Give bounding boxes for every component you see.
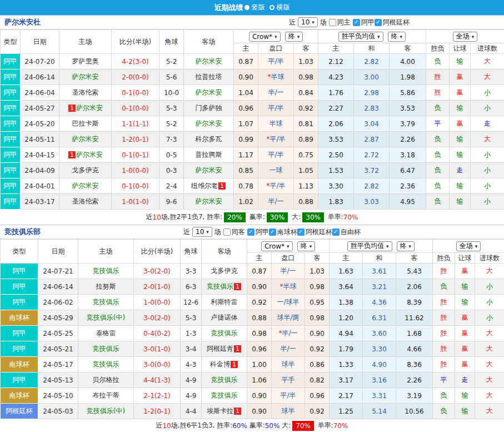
home-team-cell: 圣洛伦索 [59, 194, 112, 210]
col-score: 比分(半场) [134, 240, 181, 264]
scope-select[interactable]: 全场 ▾ [453, 32, 478, 42]
summary-part: 场,胜2平1负7, 胜率: [161, 212, 222, 222]
home-team-cell: 拉努斯 [78, 279, 134, 295]
away-team-cell: 竞技俱乐 [202, 388, 247, 404]
layout-radio-vertical[interactable]: 竖版 [244, 3, 265, 12]
summary-part: 70% [343, 213, 358, 221]
euro-draw-value: 3.30 [372, 345, 387, 353]
match-row: 南球杯24-05-10布拉干蒂2-1(2-1)4-9竞技俱乐0.90平/半0.9… [1, 388, 504, 404]
odds-company-select[interactable]: Crow* ▾ [261, 241, 293, 251]
away-team-cell: 萨尔米安 [184, 85, 234, 101]
handicap-home-odds-cell: 0.88 [247, 310, 272, 326]
goals-result-cell-value: 大 [486, 407, 493, 415]
chevron-down-icon: ▾ [312, 19, 315, 25]
layout-radio-horizontal[interactable]: 横版 [270, 3, 290, 12]
col-eu-home: 主 [318, 43, 354, 54]
league-checkbox-阿根廷杯[interactable]: ✓阿根廷杯 [375, 18, 410, 27]
league-checkbox-自由杯[interactable]: ✓自由杯 [332, 227, 361, 237]
league-checkbox-阿根廷杯[interactable]: ✓阿根廷杯 [297, 227, 332, 237]
wdl-result-cell: 胜 [426, 69, 450, 85]
handicap-result-cell-value: 输 [462, 282, 468, 290]
date-cell: 24-05-11 [21, 132, 59, 147]
chevron-down-icon: ▾ [475, 244, 478, 249]
goals-result-cell-value: 大 [486, 345, 493, 352]
match-row: 阿甲24-05-11萨尔米安1-2(0-1)7-3科尔多瓦0.99*平/半0.8… [1, 132, 504, 147]
away-team-name: 竞技俱乐 [211, 391, 238, 399]
home-team-cell: 1萨尔米安 [59, 147, 112, 163]
goals-result-cell: 小 [471, 194, 504, 210]
home-team-cell: 贝尔格拉 [78, 373, 134, 388]
corner-cell: 6-3 [181, 279, 202, 295]
goals-result-cell: 大 [475, 264, 504, 279]
goals-result-cell-value: 小 [484, 197, 491, 205]
team2-matches-table: 类型 日期 主场 比分(半场) 角球 客场 Crow* ▾ 终 ▾ [0, 239, 504, 419]
league-checkbox-阿甲[interactable]: ✓阿甲 [247, 227, 269, 237]
chevron-down-icon: ▾ [310, 244, 312, 249]
home-team-name: 布拉干蒂 [93, 391, 119, 399]
away-team-name: 萨尔米安 [196, 120, 222, 127]
euro-draw-odds-cell: 2.82 [354, 178, 390, 194]
col-eu-home: 主 [330, 253, 363, 264]
league-checkbox-label: 阿甲 [361, 18, 375, 27]
handicap-line-value: 一/球半 [277, 298, 299, 306]
red-card-badge: 1 [234, 408, 241, 415]
league-checkbox-阿甲[interactable]: ✓阿甲 [353, 18, 375, 27]
chevron-down-icon: ▾ [206, 229, 209, 235]
chevron-down-icon: ▾ [409, 244, 412, 249]
match-count-value: 10 [196, 228, 204, 236]
summary-part: 大: [290, 212, 301, 222]
match-count-select[interactable]: 10 ▾ [298, 17, 318, 27]
euro-time-select[interactable]: 终 ▾ [388, 32, 406, 42]
summary-part: 大: [280, 421, 291, 430]
wdl-result-cell: 胜 [433, 341, 455, 357]
handicap-home-odds-cell: 0.98 [247, 326, 272, 341]
home-team-cell: 罗萨里奥 [59, 54, 112, 69]
euro-home-odds-cell: 1.25 [330, 404, 363, 419]
handicap-away-odds-cell: 1.03 [305, 264, 330, 279]
handicap-line-value: 一球 [270, 166, 283, 174]
handicap-home-odds-cell: 0.90 [247, 404, 272, 419]
handicap-result-cell: 赢 [450, 116, 471, 132]
away-team-name: 萨尔米安 [196, 57, 222, 65]
goals-result-cell-value: 小 [484, 104, 491, 112]
handicap-result-cell-value: 输 [462, 407, 468, 415]
euro-metric-select[interactable]: 胜平负均值 ▾ [347, 241, 392, 251]
away-team-cell: 阿根廷青1 [202, 341, 247, 357]
match-row: 阿甲24-04-01萨尔米安0-1(0-0)2-4纽维尔老10.78*平/半1.… [1, 178, 504, 194]
handicap-away-odds-cell: 0.98 [305, 310, 330, 326]
handicap-line-value: 平/半 [280, 391, 296, 399]
match-row: 阿甲24-05-271萨尔米安0-1(0-0)5-3门多萨独0.96平/半0.9… [1, 101, 504, 116]
goals-result-cell-value: 大 [486, 329, 493, 337]
date-cell: 24-05-17 [38, 357, 78, 373]
score-value: 1-2(0-1) [122, 136, 149, 143]
handicap-result-cell: 输 [455, 388, 475, 404]
date-cell: 24-05-10 [38, 388, 78, 404]
euro-metric-select[interactable]: 胜平负均值 ▾ [338, 32, 383, 42]
same-away-checkbox[interactable]: 同客 [223, 227, 245, 237]
handicap-line-value: 半球 [283, 282, 297, 290]
match-count-select[interactable]: 10 ▾ [192, 227, 212, 237]
league-checkbox-南球杯[interactable]: ✓南球杯 [269, 227, 297, 237]
league-checkbox-label: 阿根廷杯 [306, 227, 332, 237]
wdl-result-cell: 负 [433, 388, 455, 404]
euro-time-select[interactable]: 终 ▾ [397, 241, 415, 251]
score-cell: 1-2(0-1) [112, 132, 159, 147]
summary-part: 单率: [316, 421, 333, 430]
home-team-cell: 竞技俱乐 [78, 357, 134, 373]
euro-home-odds-cell: 2.17 [330, 388, 363, 404]
col-ah-line: 盘口 [258, 43, 294, 54]
handicap-result-cell-value: 输 [457, 151, 463, 158]
euro-away-odds-cell: 1.68 [396, 326, 433, 341]
odds-time-select[interactable]: 终 ▾ [285, 32, 303, 42]
score-cell: 0-1(0-0) [112, 178, 159, 194]
euro-draw-value: 2.82 [364, 58, 379, 66]
away-team-name: 萨尔米安 [196, 166, 222, 174]
odds-company-select[interactable]: Crow* ▾ [249, 32, 281, 42]
scope-select[interactable]: 全场 ▾ [456, 241, 481, 251]
odds-time-select[interactable]: 终 ▾ [297, 241, 316, 251]
home-team-cell: 竞技俱乐 [78, 295, 134, 310]
same-home-checkbox[interactable]: 同主 [329, 18, 351, 27]
match-row: 阿甲24-04-151萨尔米安0-1(0-1)0-5普拉腾斯1.17平/半0.7… [1, 147, 504, 163]
euro-draw-odds-cell: 2.98 [354, 85, 390, 101]
euro-away-odds-cell: 11.62 [396, 310, 433, 326]
